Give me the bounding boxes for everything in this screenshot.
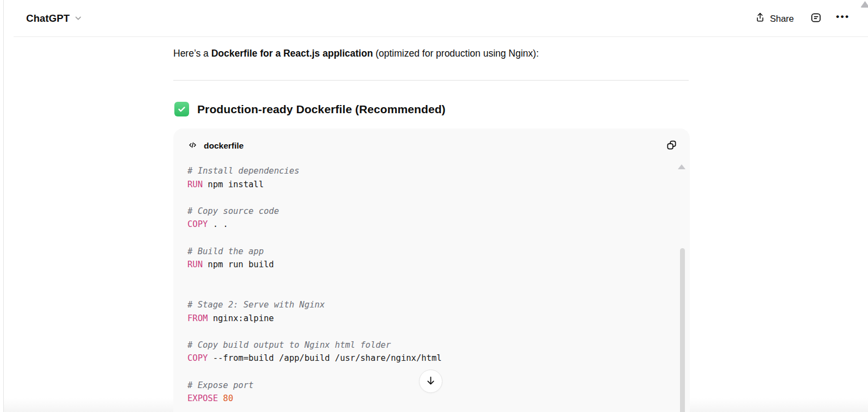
code-icon: [187, 140, 198, 152]
code-scrollbar-thumb[interactable]: [680, 248, 685, 412]
copy-icon: [665, 139, 678, 153]
assistant-message-intro: Here’s a Dockerfile for a React.js appli…: [173, 47, 689, 60]
intro-suffix: (optimized for production using Nginx):: [373, 48, 538, 59]
code-line: [187, 191, 668, 205]
model-switcher[interactable]: ChatGPT: [22, 9, 87, 28]
share-button-label: Share: [770, 14, 794, 24]
code-line: EXPOSE 80: [187, 392, 668, 405]
code-block-header: dockerfile: [173, 128, 690, 160]
topbar-actions: Share •••: [750, 9, 853, 28]
code-line: FROM nginx:alpine: [187, 312, 668, 325]
app-title: ChatGPT: [26, 13, 70, 24]
code-language: dockerfile: [187, 140, 244, 152]
section-heading: Production-ready Dockerfile (Recommended…: [174, 102, 446, 116]
code-line: RUN npm run build: [187, 258, 668, 272]
intro-bold: Dockerfile for a React.js application: [211, 48, 373, 59]
code-line: # Build the app: [187, 245, 668, 259]
code-line: [187, 325, 668, 339]
scroll-to-bottom-button[interactable]: [419, 370, 442, 393]
document-icon: [810, 11, 822, 26]
code-line: [187, 272, 668, 285]
message-divider: [173, 80, 689, 81]
code-line: [187, 285, 668, 298]
code-line: # Install dependencies: [187, 164, 668, 178]
code-line: COPY --from=build /app/build /usr/share/…: [187, 352, 668, 365]
code-line: # Copy source code: [187, 205, 668, 218]
code-language-label: dockerfile: [204, 141, 244, 151]
ellipsis-icon: •••: [836, 11, 849, 26]
code-line: [187, 231, 668, 245]
intro-prefix: Here’s a: [173, 48, 211, 59]
more-options-button[interactable]: •••: [833, 9, 853, 28]
down-arrow-icon: [425, 375, 436, 388]
share-icon: [755, 12, 766, 25]
copy-code-button[interactable]: [663, 137, 680, 155]
sidebar-edge-divider: [3, 0, 4, 412]
document-icon-button[interactable]: [806, 9, 825, 28]
share-button[interactable]: Share: [750, 9, 798, 28]
code-line: # Copy build output to Nginx html folder: [187, 339, 668, 352]
code-line: RUN npm install: [187, 178, 668, 192]
code-line: # Stage 2: Serve with Nginx: [187, 298, 668, 312]
chevron-down-icon: [74, 13, 83, 25]
top-bar: ChatGPT Share •••: [4, 0, 868, 37]
code-line: COPY . .: [187, 218, 668, 231]
code-scroll-up-indicator: [678, 164, 685, 169]
section-heading-text: Production-ready Dockerfile (Recommended…: [197, 103, 446, 116]
check-mark-icon: [174, 102, 189, 116]
